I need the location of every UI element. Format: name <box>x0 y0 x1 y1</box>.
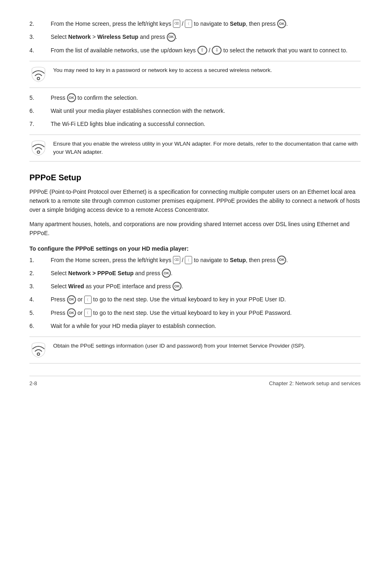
note-text-2: Ensure that you enable the wireless util… <box>53 139 361 157</box>
page-content: 2. From the Home screen, press the left/… <box>0 0 390 411</box>
step-number: 3. <box>29 282 51 291</box>
list-item: 4. From the list of available networks, … <box>29 46 361 55</box>
section-para1: PPPoE (Point-to-Point Protocol over Ethe… <box>29 187 361 215</box>
section-para2: Many apartment houses, hotels, and corpo… <box>29 220 361 238</box>
list-item: 1. From the Home screen, press the left/… <box>29 256 361 265</box>
note-box-2: Ensure that you enable the wireless util… <box>29 135 361 162</box>
step-number: 2. <box>29 20 51 29</box>
section-subheading: To configure the PPPoE settings on your … <box>29 245 361 252</box>
step-content: Press OK or 〈 to go to the next step. Us… <box>51 309 361 318</box>
left-key-icon: ⌫ <box>173 20 180 28</box>
step-content: From the Home screen, press the left/rig… <box>51 20 361 29</box>
note-box-1: You may need to key in a password or net… <box>29 61 361 88</box>
info-wifi-icon-2 <box>30 140 47 156</box>
step-number: 3. <box>29 33 51 42</box>
info-wifi-icon-3 <box>30 342 47 358</box>
note-text-1: You may need to key in a password or net… <box>53 65 272 74</box>
step-number: 7. <box>29 120 51 129</box>
step-content: Select Wired as your PPoE interface and … <box>51 282 361 291</box>
ok-button-icon: OK <box>173 282 182 291</box>
step-content: Press OK or 〈 to go to the next step. Us… <box>51 295 361 304</box>
footer-page-number: 2-8 <box>29 380 37 386</box>
step-number: 4. <box>29 295 51 304</box>
note-icon-3 <box>29 341 47 359</box>
steps-list-2: 5. Press OK to confirm the selection. 6.… <box>29 94 361 129</box>
step-content: From the Home screen, press the left/rig… <box>51 256 361 265</box>
step-number: 5. <box>29 309 51 318</box>
down-arrow-icon: ⇩ <box>212 46 222 55</box>
step-content: Select Network > PPPoE Setup and press O… <box>51 269 361 278</box>
ok-button-icon: OK <box>67 308 76 317</box>
right-key-icon: 〈 <box>185 20 192 28</box>
list-item: 6. Wait until your media player establis… <box>29 107 361 116</box>
key-icon: 〈 <box>84 309 92 317</box>
page-footer: 2-8 Chapter 2: Network setup and service… <box>29 376 361 386</box>
ok-button-icon: OK <box>277 256 286 265</box>
list-item: 2. From the Home screen, press the left/… <box>29 20 361 29</box>
note-icon-2 <box>29 139 47 157</box>
up-arrow-icon: ⇧ <box>197 46 207 55</box>
key-icon: 〈 <box>84 296 92 304</box>
info-wifi-icon <box>30 66 47 83</box>
list-item: 3. Select Network > Wireless Setup and p… <box>29 33 361 42</box>
list-item: 3. Select Wired as your PPoE interface a… <box>29 282 361 291</box>
list-item: 7. The Wi-Fi LED lights blue indicating … <box>29 120 361 129</box>
svg-point-2 <box>37 353 40 355</box>
step-number: 4. <box>29 46 51 55</box>
step-number: 1. <box>29 256 51 265</box>
list-item: 6. Wait for a while for your HD media pl… <box>29 322 361 331</box>
step-content: Press OK to confirm the selection. <box>51 94 361 103</box>
note-box-3: Obtain the PPoE settings information (us… <box>29 337 361 364</box>
ok-button-icon: OK <box>162 269 171 278</box>
step-content: Select Network > Wireless Setup and pres… <box>51 33 361 42</box>
list-item: 4. Press OK or 〈 to go to the next step.… <box>29 295 361 304</box>
step-number: 6. <box>29 322 51 331</box>
note-icon-1 <box>29 65 47 83</box>
left-key-icon: ⌫ <box>173 256 180 264</box>
ok-button-icon: OK <box>167 33 176 42</box>
svg-point-0 <box>37 77 40 80</box>
ok-button-icon: OK <box>277 19 286 28</box>
ok-button-icon: OK <box>67 295 76 304</box>
note-text-3: Obtain the PPoE settings information (us… <box>53 341 305 350</box>
right-key-icon: 〈 <box>185 256 192 264</box>
svg-point-1 <box>37 151 40 153</box>
step-number: 2. <box>29 269 51 278</box>
ok-button-icon: OK <box>67 93 76 102</box>
step-number: 6. <box>29 107 51 116</box>
step-content: Wait for a while for your HD media playe… <box>51 322 361 331</box>
list-item: 2. Select Network > PPPoE Setup and pres… <box>29 269 361 278</box>
footer-chapter: Chapter 2: Network setup and services <box>269 380 361 386</box>
step-content: From the list of available networks, use… <box>51 46 361 55</box>
step-content: The Wi-Fi LED lights blue indicating a s… <box>51 120 361 129</box>
step-content: Wait until your media player establishes… <box>51 107 361 116</box>
steps-list-pppoe: 1. From the Home screen, press the left/… <box>29 256 361 331</box>
section-title: PPPoE Setup <box>29 173 361 182</box>
list-item: 5. Press OK to confirm the selection. <box>29 94 361 103</box>
list-item: 5. Press OK or 〈 to go to the next step.… <box>29 309 361 318</box>
steps-list-1: 2. From the Home screen, press the left/… <box>29 20 361 55</box>
step-number: 5. <box>29 94 51 103</box>
